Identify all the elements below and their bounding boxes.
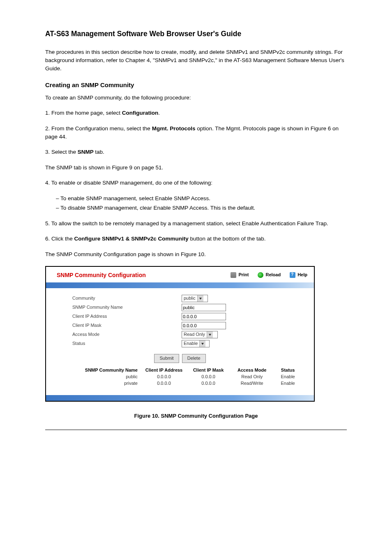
chevron-down-icon bbox=[197, 295, 203, 302]
help-button[interactable]: Help bbox=[290, 272, 307, 278]
step-1: 1. From the home page, select Configurat… bbox=[45, 109, 347, 117]
label-snmp-name: SNMP Community Name bbox=[72, 304, 182, 311]
td-mode: Read/Write bbox=[231, 380, 273, 387]
step4-disable: – To disable SNMP management, clear Enab… bbox=[56, 204, 347, 212]
page-title: AT-S63 Management Software Web Browser U… bbox=[45, 29, 347, 39]
step-3-after: The SNMP tab is shown in Figure 9 on pag… bbox=[45, 164, 347, 172]
step1-lead: 1. From the home page, select bbox=[45, 110, 122, 116]
chevron-down-icon bbox=[199, 340, 205, 347]
label-client-mask: Client IP Mask bbox=[72, 322, 182, 329]
status-value: Enable bbox=[184, 340, 198, 347]
label-access-mode: Access Mode bbox=[72, 331, 182, 338]
print-button[interactable]: Print bbox=[231, 272, 249, 278]
step6-b: button at the bottom of the tab. bbox=[189, 236, 266, 242]
help-label: Help bbox=[297, 272, 307, 278]
print-icon bbox=[231, 272, 236, 278]
figure-caption: Figure 10. SNMP Community Configuration … bbox=[45, 412, 347, 420]
blue-bar-bottom bbox=[46, 395, 314, 401]
label-status: Status bbox=[72, 340, 182, 347]
screenshot-buttons: Submit Delete bbox=[46, 350, 314, 365]
table-head: SNMP Community Name Client IP Address Cl… bbox=[68, 367, 302, 374]
snmp-name-input[interactable] bbox=[182, 304, 226, 311]
submit-button[interactable]: Submit bbox=[154, 354, 179, 363]
th-ip: Client IP Address bbox=[142, 367, 186, 374]
step6-configure: Configure SNMPv1 & SNMPv2c Community bbox=[74, 236, 189, 242]
td-name: public bbox=[68, 374, 142, 380]
print-label: Print bbox=[238, 272, 249, 278]
blue-bar-top bbox=[46, 282, 314, 288]
screenshot-snmp-config: SNMP Community Configuration Print Reloa… bbox=[45, 266, 315, 402]
community-select[interactable]: public bbox=[182, 295, 208, 302]
delete-button[interactable]: Delete bbox=[182, 354, 206, 363]
client-ip-input[interactable] bbox=[182, 313, 226, 320]
th-status: Status bbox=[273, 367, 302, 374]
reload-icon bbox=[258, 272, 263, 278]
step3-snmp: SNMP bbox=[78, 149, 95, 155]
td-name: private bbox=[68, 380, 142, 387]
step-6: 6. Click the Configure SNMPv1 & SNMPv2c … bbox=[45, 235, 347, 243]
chevron-down-icon bbox=[207, 331, 213, 338]
label-client-ip: Client IP Address bbox=[72, 313, 182, 320]
th-mode: Access Mode bbox=[231, 367, 273, 374]
th-name: SNMP Community Name bbox=[68, 367, 142, 374]
step6-a: 6. Click the bbox=[45, 236, 74, 242]
step1-configuration: Configuration bbox=[122, 110, 158, 116]
step-5: 5. To allow the switch to be remotely ma… bbox=[45, 220, 347, 228]
td-status: Enable bbox=[273, 374, 302, 380]
section-heading-creating: Creating an SNMP Community bbox=[45, 81, 347, 90]
client-mask-input[interactable] bbox=[182, 322, 226, 329]
step3-a: 3. Select the bbox=[45, 149, 78, 155]
screenshot-actions: Print Reload Help bbox=[231, 272, 307, 278]
td-status: Enable bbox=[273, 380, 302, 387]
label-community: Community bbox=[72, 295, 182, 302]
step-6-after: The SNMP Community Configuration page is… bbox=[45, 250, 347, 259]
access-mode-select[interactable]: Read Only bbox=[182, 331, 218, 338]
step-4: 4. To enable or disable SNMP management,… bbox=[45, 179, 347, 187]
step1-period: . bbox=[158, 110, 160, 116]
screenshot-form: Community public SNMP Community Name Cli… bbox=[46, 288, 314, 350]
table-row: private 0.0.0.0 0.0.0.0 Read/Write Enabl… bbox=[68, 380, 302, 387]
step2-a: 2. From the Configuration menu, select t… bbox=[45, 125, 152, 132]
td-mask: 0.0.0.0 bbox=[186, 374, 231, 380]
screenshot-title: SNMP Community Configuration bbox=[57, 271, 231, 279]
step-2: 2. From the Configuration menu, select t… bbox=[45, 125, 347, 141]
step-3: 3. Select the SNMP tab. bbox=[45, 148, 347, 156]
step3-b: tab. bbox=[95, 149, 104, 155]
reload-label: Reload bbox=[265, 272, 281, 278]
screenshot-header: SNMP Community Configuration Print Reloa… bbox=[46, 267, 314, 282]
th-mask: Client IP Mask bbox=[186, 367, 231, 374]
screenshot-table: SNMP Community Name Client IP Address Cl… bbox=[46, 365, 314, 393]
step4-enable: – To enable SNMP management, select Enab… bbox=[56, 194, 347, 203]
td-mask: 0.0.0.0 bbox=[186, 380, 231, 387]
creating-intro: To create an SNMP community, do the foll… bbox=[45, 94, 347, 102]
help-icon bbox=[290, 272, 295, 278]
reload-button[interactable]: Reload bbox=[258, 272, 281, 278]
step2-mgmt: Mgmt. Protocols bbox=[152, 125, 197, 132]
community-select-value: public bbox=[184, 295, 196, 302]
td-ip: 0.0.0.0 bbox=[142, 380, 186, 387]
step-4-options: – To enable SNMP management, select Enab… bbox=[45, 194, 347, 212]
bottom-rule bbox=[45, 430, 347, 430]
td-ip: 0.0.0.0 bbox=[142, 374, 186, 380]
status-select[interactable]: Enable bbox=[182, 340, 210, 347]
td-mode: Read Only bbox=[231, 374, 273, 380]
access-mode-value: Read Only bbox=[184, 331, 205, 338]
intro-paragraph: The procedures in this section describe … bbox=[45, 48, 347, 72]
table-row: public 0.0.0.0 0.0.0.0 Read Only Enable bbox=[68, 374, 302, 380]
